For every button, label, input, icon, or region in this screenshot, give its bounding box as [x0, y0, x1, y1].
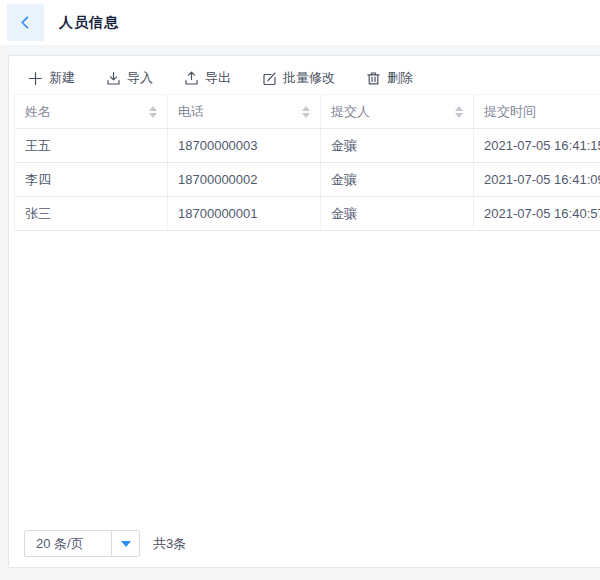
- column-header-label: 姓名: [25, 104, 51, 119]
- table-row: 张三 18700000001 金骧 2021-07-05 16:40:57: [14, 197, 600, 231]
- sort-icon[interactable]: [149, 106, 157, 118]
- cell-name: 李四: [14, 163, 167, 197]
- new-button-label: 新建: [49, 69, 75, 87]
- export-button[interactable]: 批量修改 导出: [184, 69, 231, 87]
- table-row: 王五 18700000003 金骧 2021-07-05 16:41:15: [14, 129, 600, 163]
- toolbar: 新建 导入 批量修改 导出 批量修改 删除: [9, 56, 600, 88]
- chevron-down-icon[interactable]: [112, 531, 139, 556]
- top-bar: 人员信息: [0, 0, 600, 45]
- cell-phone: 18700000002: [167, 163, 320, 197]
- column-header-label: 提交人: [331, 104, 370, 119]
- cell-phone: 18700000003: [167, 129, 320, 163]
- column-header-submitter[interactable]: 提交人: [320, 94, 473, 129]
- import-button-label: 导入: [127, 69, 153, 87]
- plus-icon: [28, 71, 43, 86]
- cell-submitter: 金骧: [320, 163, 473, 197]
- cell-time: 2021-07-05 16:41:15: [473, 129, 600, 163]
- trash-icon: [366, 71, 381, 86]
- export-button-label: 导出: [205, 69, 231, 87]
- batch-edit-button[interactable]: 批量修改: [262, 69, 335, 87]
- batch-edit-button-label: 批量修改: [283, 69, 335, 87]
- cell-time: 2021-07-05 16:40:57: [473, 197, 600, 231]
- cell-name: 张三: [14, 197, 167, 231]
- cell-phone: 18700000001: [167, 197, 320, 231]
- sort-icon[interactable]: [455, 106, 463, 118]
- cell-submitter: 金骧: [320, 197, 473, 231]
- cell-name: 王五: [14, 129, 167, 163]
- chevron-left-icon: [18, 15, 33, 30]
- cell-submitter: 金骧: [320, 129, 473, 163]
- column-header-phone[interactable]: 电话: [167, 94, 320, 129]
- new-button[interactable]: 新建: [28, 69, 75, 87]
- content-panel: 新建 导入 批量修改 导出 批量修改 删除: [8, 55, 600, 568]
- column-header-name[interactable]: 姓名: [14, 94, 167, 129]
- import-icon: [106, 71, 121, 86]
- page-size-select[interactable]: 20 条/页: [24, 530, 140, 557]
- table-row: 李四 18700000002 金骧 2021-07-05 16:41:09: [14, 163, 600, 197]
- person-table: 姓名 电话 提交人 提交时间 王五 18700000003 金骧 2021-07…: [14, 94, 600, 231]
- table-header-row: 姓名 电话 提交人 提交时间: [14, 94, 600, 129]
- back-button[interactable]: [7, 4, 44, 41]
- import-button[interactable]: 导入: [106, 69, 153, 87]
- pagination-bar: 20 条/页 共3条: [24, 530, 186, 557]
- column-header-label: 提交时间: [484, 104, 536, 119]
- column-header-time[interactable]: 提交时间: [473, 94, 600, 129]
- sort-icon[interactable]: [302, 106, 310, 118]
- delete-button-label: 删除: [387, 69, 413, 87]
- column-header-label: 电话: [178, 104, 204, 119]
- delete-button[interactable]: 删除: [366, 69, 413, 87]
- export-icon: [184, 71, 199, 86]
- page-title: 人员信息: [59, 14, 119, 32]
- cell-time: 2021-07-05 16:41:09: [473, 163, 600, 197]
- page-size-value: 20 条/页: [25, 535, 111, 553]
- edit-icon: [262, 71, 277, 86]
- total-count-label: 共3条: [153, 535, 186, 553]
